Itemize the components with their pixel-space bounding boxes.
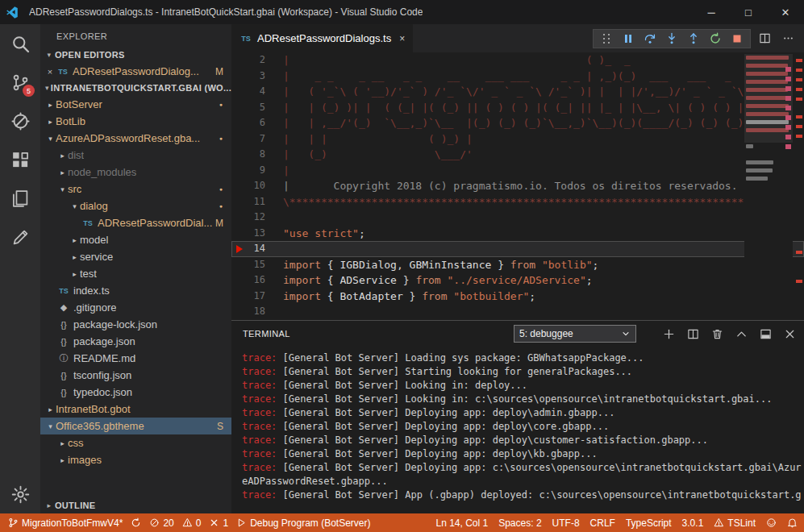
- line-number[interactable]: 14: [231, 241, 283, 257]
- tree-item[interactable]: ▸test: [40, 265, 231, 282]
- code-line[interactable]: 3| _ _ _ __ _ _ __ ___ ___ _ _ | ,_)(_) …: [231, 69, 804, 85]
- line-number[interactable]: 4: [231, 84, 283, 100]
- toggle-panel-position-button[interactable]: [760, 328, 772, 340]
- line-number[interactable]: 2: [231, 52, 283, 69]
- code-line[interactable]: 11\*************************************…: [231, 194, 804, 210]
- activity-item-explorer[interactable]: [0, 179, 40, 218]
- tree-item[interactable]: {}package-lock.json: [40, 316, 231, 333]
- code-line[interactable]: 7| | | ( )_) | |: [231, 131, 804, 148]
- line-number[interactable]: 7: [231, 131, 283, 148]
- activity-item-extensions[interactable]: [0, 140, 40, 179]
- sync-status[interactable]: [131, 517, 141, 528]
- code-line[interactable]: 15import { IGBDialog, GBMinInstance } fr…: [231, 257, 804, 273]
- code-line[interactable]: 16import { ADService } from "../service/…: [231, 272, 804, 289]
- maximize-panel-button[interactable]: [735, 328, 748, 340]
- line-number[interactable]: 10: [231, 178, 283, 194]
- code-line[interactable]: 9| |: [231, 163, 804, 179]
- tree-item[interactable]: ⓘREADME.md: [40, 350, 231, 367]
- line-number[interactable]: 8: [231, 147, 283, 163]
- open-editor-item[interactable]: ×TSADResetPasswordDialog...M: [40, 63, 231, 80]
- code-line[interactable]: 2| ( )_ _ |: [231, 52, 804, 69]
- tslint-status[interactable]: TSLint: [714, 517, 756, 529]
- tree-item[interactable]: ◆.gitignore: [40, 299, 231, 316]
- kill-terminal-button[interactable]: [711, 328, 723, 340]
- tree-item[interactable]: ▾AzureADPasswordReset.gba...●: [40, 130, 231, 147]
- code-line[interactable]: 17import { BotAdapter } from "botbuilder…: [231, 289, 804, 305]
- line-number[interactable]: 5: [231, 100, 283, 116]
- minimize-button[interactable]: ─: [693, 0, 730, 24]
- code-line[interactable]: 4| ( '_`\ ( '__)/'_` ) /'_ `\/' _ ` _ `\…: [231, 84, 804, 100]
- encoding[interactable]: UTF-8: [552, 517, 580, 529]
- git-branch-status[interactable]: MigrationToBotFmwV4*: [8, 517, 123, 529]
- line-number[interactable]: 17: [231, 289, 283, 305]
- code-line[interactable]: 12: [231, 210, 804, 226]
- tree-item[interactable]: TSADResetPasswordDial...M: [40, 214, 231, 231]
- tree-item[interactable]: ▸images: [40, 451, 231, 468]
- tree-item[interactable]: TSindex.ts: [40, 282, 231, 299]
- tree-item[interactable]: {}typedoc.json: [40, 384, 231, 401]
- line-number[interactable]: 13: [231, 226, 283, 242]
- close-panel-button[interactable]: [784, 328, 796, 340]
- tree-item[interactable]: ▸dist: [40, 147, 231, 164]
- step-into-button[interactable]: [665, 32, 678, 45]
- minimap[interactable]: [744, 54, 793, 320]
- tree-item[interactable]: {}tsconfig.json: [40, 367, 231, 384]
- feedback[interactable]: [766, 517, 777, 528]
- language-mode[interactable]: TypeScript: [626, 517, 672, 529]
- code-line[interactable]: 18: [231, 304, 804, 320]
- tree-item[interactable]: ▾src●: [40, 181, 231, 197]
- debug-status[interactable]: Debug Program (BotServer): [236, 517, 370, 529]
- line-number[interactable]: 9: [231, 163, 283, 179]
- open-editors-header[interactable]: ▾ OPEN EDITORS: [40, 47, 231, 63]
- typescript-version[interactable]: 3.0.1: [682, 517, 704, 529]
- step-out-button[interactable]: [687, 32, 700, 45]
- line-number[interactable]: 15: [231, 257, 283, 273]
- more-actions-button[interactable]: [782, 32, 794, 44]
- problems-errors[interactable]: 20: [149, 517, 173, 529]
- activity-item-edit[interactable]: [0, 218, 40, 256]
- drag-handle[interactable]: [600, 32, 613, 45]
- code-line[interactable]: 8| (_) \___/' |: [231, 147, 804, 163]
- tree-item[interactable]: ▸BotLib: [40, 113, 231, 130]
- tree-item[interactable]: ▸css: [40, 434, 231, 451]
- cursor-position[interactable]: Ln 14, Col 1: [435, 517, 488, 529]
- indentation[interactable]: Spaces: 2: [498, 517, 541, 529]
- line-number[interactable]: 18: [231, 304, 283, 320]
- tree-item[interactable]: ▾Office365.gbthemeS: [40, 418, 231, 434]
- code-editor[interactable]: 2| ( )_ _ |3| _ _ _ __ _ _ __ ___ ___ _ …: [231, 52, 804, 320]
- split-terminal-button[interactable]: [687, 328, 699, 340]
- line-number[interactable]: 6: [231, 115, 283, 131]
- activity-item-search[interactable]: [0, 24, 40, 63]
- code-line[interactable]: 6| | ,__/'(_) `\__,_)`\__ |(_) (_) (_)`\…: [231, 115, 804, 131]
- code-line[interactable]: 5| | (_) )| | ( (_| |( (_) || ( ) ( ) |(…: [231, 100, 804, 116]
- step-over-button[interactable]: [644, 32, 656, 45]
- eol[interactable]: CRLF: [590, 517, 615, 529]
- tree-item[interactable]: ▸node_modules: [40, 164, 231, 181]
- line-number[interactable]: 12: [231, 210, 283, 226]
- restart-button[interactable]: [709, 32, 722, 45]
- activity-item-source-control[interactable]: 5: [0, 63, 40, 102]
- split-editor-button[interactable]: [759, 32, 771, 44]
- tab-adresetpassworddialogs[interactable]: TS ADResetPasswordDialogs.ts ×: [231, 24, 413, 52]
- line-number[interactable]: 3: [231, 69, 283, 85]
- code-line[interactable]: 13"use strict";: [231, 226, 804, 242]
- maximize-button[interactable]: □: [730, 0, 767, 24]
- tree-item[interactable]: ▸service: [40, 248, 231, 265]
- notifications[interactable]: [787, 517, 798, 528]
- terminal-output[interactable]: trace: [General Bot Server] Loading sys …: [231, 347, 804, 513]
- terminal-selector[interactable]: 5: debuggee: [514, 325, 636, 343]
- tree-item[interactable]: ▸BotServer●: [40, 96, 231, 113]
- tree-item[interactable]: {}package.json: [40, 333, 231, 350]
- activity-item-settings[interactable]: [0, 475, 40, 513]
- close-icon[interactable]: ×: [44, 67, 56, 77]
- code-line[interactable]: 10| Copyright 2018 (c) pragmatismo.io. T…: [231, 178, 804, 194]
- activity-item-debug[interactable]: [0, 102, 40, 140]
- line-number[interactable]: 16: [231, 272, 283, 289]
- problems-warnings[interactable]: 0: [182, 517, 202, 529]
- tasks-status[interactable]: 1: [209, 517, 228, 529]
- outline-header[interactable]: ▸ OUTLINE: [40, 497, 231, 513]
- stop-button[interactable]: [731, 32, 744, 45]
- tree-item[interactable]: ▸IntranetBot.gbot: [40, 401, 231, 418]
- code-line[interactable]: 14: [231, 241, 804, 257]
- new-terminal-button[interactable]: [663, 328, 675, 340]
